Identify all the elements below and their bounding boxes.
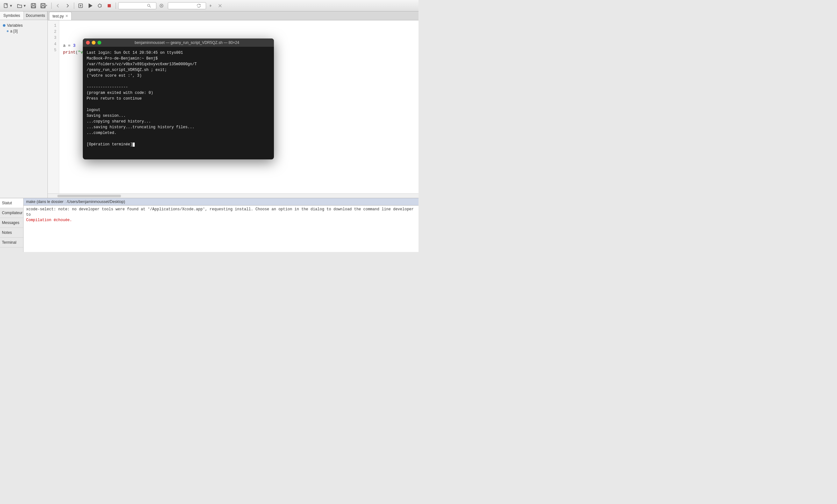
editor-area: test.py ✕ 1 2 3 4 5 a = 3 print("votre s…	[48, 12, 418, 198]
terminal-line-2: MacBook-Pro-de-Benjamin:~ Benj$ /var/fol…	[87, 56, 270, 67]
bottom-tab-terminal[interactable]: Terminal	[0, 238, 23, 247]
bottom-tab-notes[interactable]: Notes	[0, 228, 23, 238]
svg-rect-15	[108, 4, 111, 7]
bottom-tabs-sidebar: Statut Compilateur Messages Notes Termin…	[0, 198, 23, 252]
main-container: Symboles Documents Variables a [3] test.…	[0, 12, 418, 198]
status-bar: make (dans le dossier : /Users/benjaminm…	[23, 198, 418, 206]
svg-line-13	[101, 4, 102, 5]
save-button[interactable]	[29, 2, 38, 9]
new-button[interactable]: ▼	[2, 2, 14, 9]
bottom-tab-compilateur[interactable]: Compilateur	[0, 208, 23, 218]
traffic-light-close[interactable]	[86, 41, 90, 44]
svg-marker-10	[89, 4, 92, 7]
compiler-line2: Compilation échouée.	[26, 218, 416, 223]
svg-line-17	[150, 6, 151, 7]
terminal-line-9	[87, 101, 270, 107]
terminal-line-1: Last login: Sun Oct 14 20:50:45 on ttys0…	[87, 50, 270, 56]
sidebar-item-a[interactable]: a [3]	[1, 28, 46, 34]
terminal-line-15	[87, 136, 270, 142]
terminal-line-6: ------------------	[87, 84, 270, 90]
sidebar-tab-symboles[interactable]: Symboles	[0, 12, 24, 20]
replace-box[interactable]	[168, 2, 206, 9]
svg-rect-6	[41, 6, 44, 7]
svg-point-11	[98, 4, 101, 7]
terminal-window[interactable]: benjaminmousset — geany_run_script_VDR5Q…	[83, 38, 274, 160]
svg-point-24	[3, 24, 5, 27]
terminal-titlebar: benjaminmousset — geany_run_script_VDR5Q…	[83, 38, 274, 47]
svg-point-16	[147, 4, 150, 6]
search-input[interactable]	[120, 3, 147, 8]
terminal-line-3: /geany_run_script_VDR5QZ.sh ; exit;	[87, 67, 270, 73]
terminal-title: benjaminmousset — geany_run_script_VDR5Q…	[103, 40, 271, 45]
bottom-tab-statut[interactable]: Statut	[0, 198, 23, 208]
svg-rect-2	[32, 3, 35, 5]
svg-line-14	[101, 7, 102, 7]
terminal-body[interactable]: Last login: Sun Oct 14 20:50:45 on ttys0…	[83, 47, 274, 160]
bottom-content: make (dans le dossier : /Users/benjaminm…	[23, 198, 418, 252]
run-button[interactable]	[86, 2, 94, 9]
tab-filename: test.py	[53, 14, 64, 18]
debug-button[interactable]	[95, 2, 104, 9]
sidebar-tabs: Symboles Documents	[0, 12, 48, 20]
a-variable-label: a [3]	[10, 29, 18, 33]
svg-rect-3	[32, 6, 35, 7]
terminal-line-5	[87, 79, 270, 84]
line-numbers: 1 2 3 4 5	[48, 20, 59, 193]
terminal-line-16: [Opération terminée]	[87, 142, 270, 147]
terminal-line-7: (program exited with code: 0)	[87, 90, 270, 96]
scrollbar-thumb[interactable]	[57, 195, 121, 197]
stop-button[interactable]	[105, 2, 113, 9]
compiler-line1: xcode-select: note: no developer tools w…	[26, 207, 416, 218]
saveas-button[interactable]: ↗	[39, 2, 49, 9]
compile-button[interactable]	[76, 2, 85, 9]
search-box[interactable]	[118, 2, 156, 9]
variables-label: Variables	[7, 23, 23, 28]
replace-go-button[interactable]	[207, 3, 215, 9]
tab-close-button[interactable]: ✕	[65, 14, 68, 18]
terminal-line-4: ('votre score est :', 3)	[87, 73, 270, 79]
terminal-line-11: Saving session...	[87, 113, 270, 119]
separator-1	[51, 3, 52, 9]
sidebar-tab-documents[interactable]: Documents	[24, 12, 48, 20]
sidebar: Symboles Documents Variables a [3]	[0, 12, 48, 198]
separator-3	[115, 3, 116, 9]
svg-rect-0	[4, 3, 7, 7]
terminal-line-13: ...saving history...truncating history f…	[87, 125, 270, 130]
clear-search-button[interactable]	[158, 3, 165, 9]
compiler-output: xcode-select: note: no developer tools w…	[23, 206, 418, 224]
svg-point-25	[7, 30, 8, 32]
bottom-tab-messages[interactable]: Messages	[0, 218, 23, 228]
terminal-line-8: Press return to continue	[87, 96, 270, 101]
terminal-line-12: ...copying shared history...	[87, 119, 270, 125]
replace-close-button[interactable]	[216, 3, 224, 9]
traffic-light-maximize[interactable]	[97, 41, 101, 44]
horizontal-scrollbar[interactable]	[48, 193, 418, 198]
traffic-light-minimize[interactable]	[92, 41, 95, 44]
editor-tab-testpy[interactable]: test.py ✕	[49, 12, 72, 20]
sidebar-item-variables[interactable]: Variables	[1, 23, 46, 28]
open-button[interactable]: ▼	[16, 2, 28, 9]
toolbar: ▼ ▼ ↗	[0, 0, 418, 12]
forward-button[interactable]	[64, 2, 72, 9]
sidebar-content: Variables a [3]	[0, 20, 48, 37]
tab-bar: test.py ✕	[48, 12, 418, 20]
back-button[interactable]	[54, 2, 62, 9]
replace-input[interactable]	[170, 3, 196, 8]
bottom-panel: Statut Compilateur Messages Notes Termin…	[0, 198, 418, 252]
svg-rect-5	[42, 3, 44, 5]
terminal-line-10: logout	[87, 107, 270, 113]
terminal-line-14: ...completed.	[87, 130, 270, 136]
